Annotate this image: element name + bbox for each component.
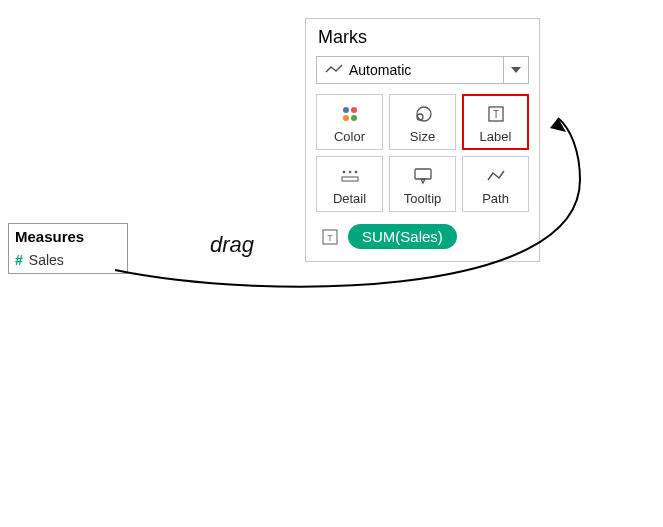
measure-item-sales[interactable]: # Sales xyxy=(9,249,127,273)
label-icon: T xyxy=(486,103,506,125)
path-button[interactable]: Path xyxy=(462,156,529,212)
measures-panel: Measures # Sales xyxy=(8,223,128,274)
svg-marker-0 xyxy=(511,67,521,73)
automatic-line-icon xyxy=(325,62,343,78)
svg-point-3 xyxy=(343,115,349,121)
label-button[interactable]: T Label xyxy=(462,94,529,150)
svg-rect-13 xyxy=(415,169,431,179)
mark-type-dropdown[interactable]: Automatic xyxy=(316,56,529,84)
svg-point-9 xyxy=(342,170,345,173)
path-icon xyxy=(486,165,506,187)
svg-rect-12 xyxy=(342,177,358,181)
dropdown-caret-icon xyxy=(504,67,528,73)
svg-marker-14 xyxy=(421,179,425,183)
detail-button[interactable]: Detail xyxy=(316,156,383,212)
size-button[interactable]: Size xyxy=(389,94,456,150)
size-icon xyxy=(412,103,434,125)
svg-point-4 xyxy=(351,115,357,121)
svg-point-1 xyxy=(343,107,349,113)
marks-shelf-row: T SUM(Sales) xyxy=(316,224,529,249)
marks-buttons-grid: Color Size T Label xyxy=(316,94,529,212)
reflection: Detail Tooltip Path T SUM(Sales) xyxy=(305,360,540,515)
color-button-label: Color xyxy=(334,129,365,144)
svg-text:T: T xyxy=(327,233,333,243)
tooltip-icon xyxy=(413,165,433,187)
number-icon: # xyxy=(15,252,23,268)
detail-button-label: Detail xyxy=(333,191,366,206)
color-icon xyxy=(340,103,360,125)
drag-annotation: drag xyxy=(210,232,254,258)
svg-marker-17 xyxy=(550,118,566,132)
svg-text:T: T xyxy=(492,109,498,120)
color-button[interactable]: Color xyxy=(316,94,383,150)
measures-title: Measures xyxy=(9,224,127,249)
shelf-label-icon: T xyxy=(320,227,340,247)
pill-sum-sales[interactable]: SUM(Sales) xyxy=(348,224,457,249)
marks-card: Marks Automatic Color xyxy=(305,18,540,262)
size-button-label: Size xyxy=(410,129,435,144)
mark-type-selected: Automatic xyxy=(317,57,504,83)
measure-item-label: Sales xyxy=(29,252,64,268)
tooltip-button-label: Tooltip xyxy=(404,191,442,206)
svg-point-2 xyxy=(351,107,357,113)
detail-icon xyxy=(340,165,360,187)
svg-point-10 xyxy=(348,170,351,173)
svg-point-11 xyxy=(354,170,357,173)
label-button-label: Label xyxy=(480,129,512,144)
mark-type-label: Automatic xyxy=(349,62,411,78)
path-button-label: Path xyxy=(482,191,509,206)
tooltip-button[interactable]: Tooltip xyxy=(389,156,456,212)
marks-title: Marks xyxy=(316,27,529,56)
